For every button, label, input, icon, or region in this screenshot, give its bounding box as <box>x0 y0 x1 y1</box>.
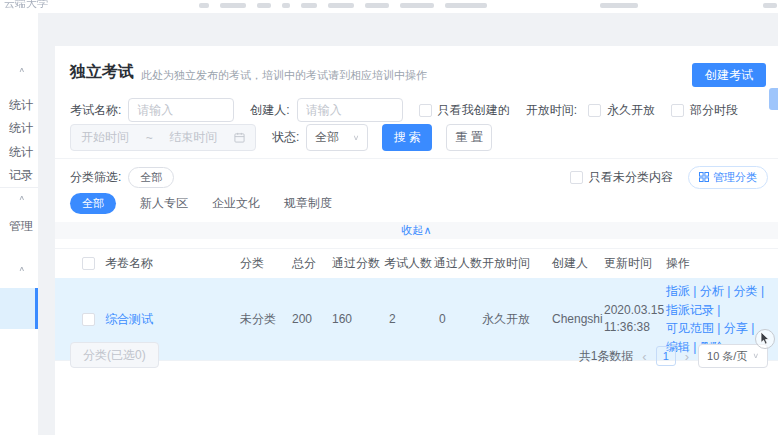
top-nav-item[interactable] <box>257 3 271 8</box>
col-updated: 更新时间 <box>604 255 666 272</box>
cell-passed: 0 <box>434 312 482 326</box>
select-all-checkbox[interactable] <box>82 257 95 270</box>
col-pass-score: 通过分数 <box>332 255 384 272</box>
create-exam-button[interactable]: 创建考试 <box>692 63 766 87</box>
col-passed: 通过人数 <box>434 255 482 272</box>
sidebar: ∧ 统计 统计 统计 记录 ∧ 管理 ∧ <box>0 13 38 435</box>
col-category: 分类 <box>240 255 292 272</box>
tag-culture[interactable]: 企业文化 <box>212 195 260 212</box>
page-size-select[interactable]: 10 条/页 ∨ <box>698 344 768 368</box>
partial-time-checkbox[interactable]: 部分时段 <box>671 102 738 119</box>
sidebar-item-stats-2[interactable]: 统计 <box>9 120 33 137</box>
top-nav-item[interactable] <box>600 3 638 8</box>
partial-time-label: 部分时段 <box>690 102 738 119</box>
cell-pass-score: 160 <box>332 312 384 326</box>
screen: 云端大学 ∧ 统计 统计 统计 记录 ∧ 管理 ∧ 独立考试 此处为独立发布的考… <box>0 0 778 435</box>
floating-widget[interactable] <box>769 88 778 110</box>
range-separator: ~ <box>146 131 153 145</box>
main-panel: 独立考试 此处为独立发布的考试，培训中的考试请到相应培训中操作 创建考试 考试名… <box>55 46 778 435</box>
sidebar-item-records[interactable]: 记录 <box>9 167 33 184</box>
top-nav-item[interactable] <box>400 3 434 8</box>
chevron-up-icon[interactable]: ∧ <box>18 66 25 74</box>
top-nav-items <box>199 3 487 8</box>
top-nav-item[interactable] <box>199 3 209 8</box>
action-share[interactable]: 分享 <box>724 321 754 335</box>
top-nav-item[interactable] <box>365 3 389 8</box>
exam-name-input[interactable] <box>128 98 234 122</box>
org-logo: 云端大学 <box>4 0 48 11</box>
only-mine-label: 只看我创建的 <box>438 102 510 119</box>
tag-rules[interactable]: 规章制度 <box>284 195 332 212</box>
sidebar-item-manage[interactable]: 管理 <box>9 218 33 235</box>
creator-label: 创建人: <box>250 102 289 119</box>
category-all-pill[interactable]: 全部 <box>128 167 174 188</box>
table-header: 考卷名称 分类 总分 通过分数 考试人数 通过人数 开放时间 创建人 更新时间 … <box>55 248 778 278</box>
updated-time: 11:36:38 <box>604 319 666 336</box>
chevron-down-icon: ∨ <box>752 352 759 360</box>
only-uncategorized-checkbox[interactable]: 只看未分类内容 <box>570 169 673 186</box>
search-button[interactable]: 搜 索 <box>382 124 432 151</box>
chevron-down-icon: ∨ <box>353 134 360 142</box>
top-nav-bar: 云端大学 <box>0 0 778 13</box>
sidebar-divider <box>0 187 38 188</box>
filter-row-2: 开始时间 ~ 结束时间 状态: 全部 ∨ 搜 索 重 置 <box>70 124 492 151</box>
section-divider <box>55 158 778 159</box>
tag-newcomer[interactable]: 新人专区 <box>140 195 188 212</box>
creator-input[interactable] <box>297 98 403 122</box>
action-visible-range[interactable]: 可见范围 <box>666 321 724 335</box>
only-mine-checkbox[interactable]: 只看我创建的 <box>419 102 510 119</box>
category-filter-label: 分类筛选: <box>70 169 121 186</box>
batch-classify-button[interactable]: 分类(已选0) <box>70 342 159 368</box>
checkbox-icon[interactable] <box>419 104 432 117</box>
category-tags-row: 全部 新人专区 企业文化 规章制度 <box>70 193 332 214</box>
chevron-up-icon[interactable]: ∧ <box>18 194 25 202</box>
sidebar-item-stats-1[interactable]: 统计 <box>9 97 33 114</box>
status-label: 状态: <box>272 129 299 146</box>
forever-open-checkbox[interactable]: 永久开放 <box>588 102 655 119</box>
manage-category-button[interactable]: 管理分类 <box>688 166 768 189</box>
only-uncategorized-label: 只看未分类内容 <box>589 169 673 186</box>
exam-name-link[interactable]: 综合测试 <box>105 311 240 328</box>
manage-category-label: 管理分类 <box>713 170 757 185</box>
date-range-picker[interactable]: 开始时间 ~ 结束时间 <box>70 124 256 151</box>
reset-button[interactable]: 重 置 <box>446 124 492 151</box>
checkbox-icon[interactable] <box>671 104 684 117</box>
cell-examinees: 2 <box>384 312 434 326</box>
action-assign-records[interactable]: 指派记录 <box>666 303 720 317</box>
action-classify[interactable]: 分类 <box>734 284 764 298</box>
exam-name-label: 考试名称: <box>70 102 121 119</box>
top-nav-item[interactable] <box>301 3 317 8</box>
page-number[interactable]: 1 <box>656 346 676 366</box>
top-nav-item[interactable] <box>763 3 777 8</box>
top-nav-item[interactable] <box>328 3 354 8</box>
collapse-toggle[interactable]: 收起∧ <box>55 222 778 239</box>
checkbox-icon[interactable] <box>570 171 583 184</box>
checkbox-icon[interactable] <box>588 104 601 117</box>
chevron-up-icon[interactable]: ∧ <box>18 265 25 273</box>
next-page-icon[interactable]: › <box>685 349 689 364</box>
cell-open-time: 永久开放 <box>482 311 552 328</box>
forever-open-label: 永久开放 <box>607 102 655 119</box>
top-nav-item[interactable] <box>282 3 290 8</box>
sidebar-item-stats-3[interactable]: 统计 <box>9 144 33 161</box>
category-filter-row: 分类筛选: 全部 只看未分类内容 管理分类 <box>70 165 768 189</box>
sidebar-item-active[interactable] <box>0 288 38 329</box>
start-time-placeholder: 开始时间 <box>81 129 129 146</box>
col-exam-name: 考卷名称 <box>105 255 240 272</box>
pagination: 共1条数据 ‹ 1 › 10 条/页 ∨ <box>579 344 768 368</box>
top-nav-item[interactable] <box>445 3 487 8</box>
filter-row-1: 考试名称: 创建人: 只看我创建的 开放时间: 永久开放 部分时段 <box>70 97 738 123</box>
top-nav-item[interactable] <box>220 3 246 8</box>
updated-date: 2020.03.15 <box>604 302 666 319</box>
action-assign[interactable]: 指派 <box>666 284 700 298</box>
action-analyze[interactable]: 分析 <box>700 284 734 298</box>
status-select[interactable]: 全部 ∨ <box>306 124 368 151</box>
tag-all[interactable]: 全部 <box>70 193 116 214</box>
status-value: 全部 <box>315 129 339 146</box>
row-checkbox[interactable] <box>82 313 95 326</box>
prev-page-icon[interactable]: ‹ <box>642 349 646 364</box>
page-subtitle: 此处为独立发布的考试，培训中的考试请到相应培训中操作 <box>141 68 427 83</box>
page-size-value: 10 条/页 <box>707 349 747 364</box>
page-title: 独立考试 <box>70 62 134 83</box>
cell-updated: 2020.03.15 11:36:38 <box>604 302 666 337</box>
